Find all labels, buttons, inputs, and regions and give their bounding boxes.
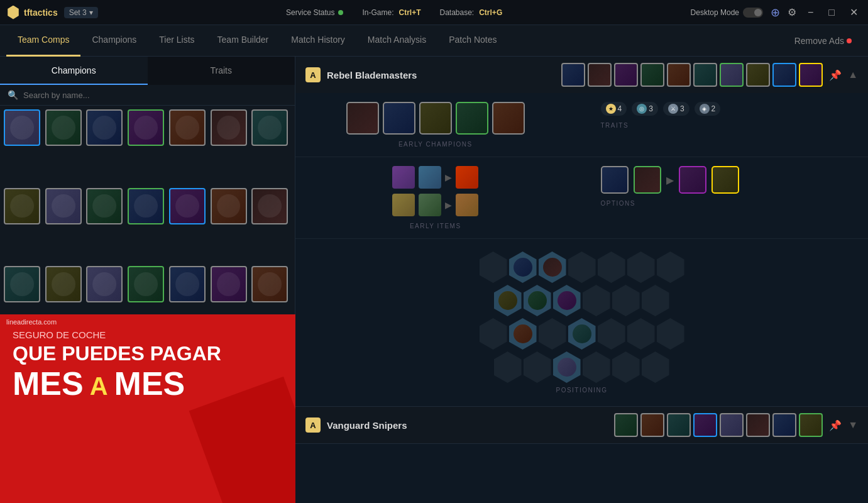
champion-avatar[interactable] <box>251 266 288 302</box>
champion-avatar[interactable] <box>128 188 164 224</box>
close-button[interactable]: ✕ <box>846 5 862 19</box>
champion-avatar[interactable] <box>86 266 123 302</box>
header-champion <box>667 63 691 87</box>
trait-blademaster: ⚔ 3 <box>663 102 689 116</box>
hex-cell-inactive[interactable] <box>612 351 640 383</box>
champion-avatar[interactable] <box>86 188 123 224</box>
tier-badge-a: A <box>305 67 321 82</box>
option-1 <box>601 166 629 194</box>
maximize-button[interactable]: □ <box>825 6 838 19</box>
hex-cell-inactive[interactable] <box>494 351 522 383</box>
discord-icon[interactable]: ⊕ <box>771 6 780 19</box>
hex-cell-inactive[interactable] <box>627 252 655 283</box>
champion-avatar[interactable] <box>86 109 123 146</box>
champion-avatar[interactable] <box>211 188 247 224</box>
hex-cell-inactive[interactable] <box>642 351 669 383</box>
champion-avatar[interactable] <box>45 266 82 302</box>
hex-cell-occupied[interactable] <box>494 285 522 316</box>
hex-cell-inactive[interactable] <box>612 285 640 316</box>
pin-icon[interactable]: 📌 <box>829 69 842 81</box>
champion-avatar[interactable] <box>45 109 82 146</box>
nav-tab-match-analysis[interactable]: Match Analysis <box>356 25 437 57</box>
chevron-down-icon[interactable]: ▼ <box>848 419 858 431</box>
hex-cell-inactive[interactable] <box>627 318 655 350</box>
early-champions-row <box>346 102 525 135</box>
champion-avatar[interactable] <box>4 266 40 302</box>
early-champ-2 <box>383 102 415 135</box>
hex-cell-occupied[interactable] <box>553 285 581 316</box>
hex-cell-inactive[interactable] <box>598 252 625 283</box>
hex-cell-inactive[interactable] <box>480 252 507 283</box>
trait-2: ◎ 3 <box>632 102 658 116</box>
chevron-up-icon[interactable]: ▲ <box>848 69 858 80</box>
champion-avatar[interactable] <box>4 188 40 224</box>
comp-header-vanguard[interactable]: A Vanguard Snipers 📌 ▼ <box>295 407 868 443</box>
hex-cell-inactive[interactable] <box>657 252 684 283</box>
champion-avatar[interactable] <box>4 109 40 146</box>
ad-line1: SEGURO DE COCHE <box>13 329 283 340</box>
nav-tab-tier-lists[interactable]: Tier Lists <box>148 25 206 57</box>
header-champion <box>667 413 691 437</box>
traits-row: ★ 4 ◎ 3 ⚔ 3 ◈ <box>601 102 721 116</box>
ad-mes-1: MES <box>13 367 84 400</box>
nav-tab-team-comps[interactable]: Team Comps <box>6 25 80 57</box>
options-arrow: ▶ <box>666 174 674 186</box>
comp-row-items: ▶ ▶ EARLY ITEMS <box>295 157 868 239</box>
sub-tab-champions[interactable]: Champions <box>0 57 148 85</box>
item-ingredient-2b <box>419 194 441 216</box>
hex-cell-inactive[interactable] <box>480 318 507 350</box>
nav-bar: Team Comps Champions Tier Lists Team Bui… <box>0 25 868 57</box>
champion-avatar[interactable] <box>251 188 288 224</box>
early-items-section: ▶ ▶ EARLY ITEMS <box>295 157 576 238</box>
header-champion <box>614 413 638 437</box>
champion-avatar[interactable] <box>211 266 247 302</box>
header-champion <box>720 413 744 437</box>
header-champion <box>640 63 664 87</box>
app-name: tftactics <box>24 8 58 18</box>
nav-tab-patch-notes[interactable]: Patch Notes <box>437 25 508 57</box>
minimize-button[interactable]: − <box>804 6 817 19</box>
toggle-switch[interactable] <box>743 8 763 18</box>
champion-avatar[interactable] <box>45 188 82 224</box>
champion-avatar[interactable] <box>169 109 206 146</box>
early-champ-4 <box>456 102 488 135</box>
hex-cell-occupied[interactable] <box>553 351 581 383</box>
champion-avatar[interactable] <box>169 188 206 224</box>
set-badge[interactable]: Set 3 ▾ <box>64 7 98 18</box>
comp-header-rebel[interactable]: A Rebel Blademasters 📌 ▲ <box>295 57 868 93</box>
hex-cell-occupied[interactable] <box>524 285 551 316</box>
hex-cell-inactive[interactable] <box>568 252 596 283</box>
hex-cell-occupied[interactable] <box>509 252 537 283</box>
header-champion <box>693 63 717 87</box>
champion-avatar[interactable] <box>128 266 164 302</box>
right-panel: A Rebel Blademasters 📌 ▲ <box>295 57 868 503</box>
champion-avatar[interactable] <box>128 109 164 146</box>
champion-avatar[interactable] <box>211 109 247 146</box>
settings-icon[interactable]: ⚙ <box>788 6 796 18</box>
nav-tab-team-builder[interactable]: Team Builder <box>206 25 280 57</box>
hex-cell-inactive[interactable] <box>642 285 669 316</box>
item-ingredient-1b <box>419 166 441 189</box>
desktop-mode-toggle[interactable]: Desktop Mode <box>691 8 763 18</box>
hex-cell-inactive[interactable] <box>598 318 625 350</box>
hex-cell-inactive[interactable] <box>583 351 610 383</box>
ad-url: lineadirecta.com <box>0 314 295 329</box>
remove-ads-button[interactable]: Remove Ads <box>784 25 862 57</box>
hex-cell-occupied[interactable] <box>568 318 596 350</box>
nav-tab-match-history[interactable]: Match History <box>280 25 356 57</box>
champion-avatar[interactable] <box>169 266 206 302</box>
comp-card-vanguard: A Vanguard Snipers 📌 ▼ <box>295 407 868 444</box>
hex-cell-occupied[interactable] <box>539 252 566 283</box>
hex-cell-occupied[interactable] <box>509 318 537 350</box>
sub-tab-traits[interactable]: Traits <box>148 57 295 85</box>
hex-cell-inactive[interactable] <box>583 285 610 316</box>
early-champions-label: EARLY CHAMPIONS <box>398 141 473 148</box>
hex-cell-inactive[interactable] <box>657 318 684 350</box>
champion-avatar[interactable] <box>251 109 288 146</box>
pin-icon-2[interactable]: 📌 <box>829 419 842 431</box>
logo-icon <box>6 6 20 19</box>
nav-tab-champions[interactable]: Champions <box>80 25 148 57</box>
hex-cell-inactive[interactable] <box>539 318 566 350</box>
hex-cell-inactive[interactable] <box>524 351 551 383</box>
search-input[interactable] <box>23 91 287 100</box>
